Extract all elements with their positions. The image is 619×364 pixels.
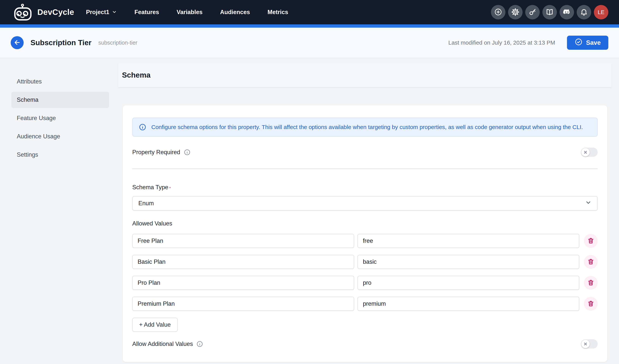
accent-bar (0, 24, 619, 28)
delete-value-button[interactable] (584, 297, 598, 311)
sidebar-item-settings[interactable]: Settings (12, 147, 109, 163)
value-key-input[interactable] (358, 255, 579, 269)
value-label-input[interactable] (132, 276, 354, 290)
discord-icon (563, 8, 571, 17)
value-label-input[interactable] (132, 297, 354, 311)
book-icon (546, 8, 554, 17)
check-circle-icon (575, 38, 583, 47)
delete-value-button[interactable] (584, 234, 598, 248)
top-navbar: DevCycle Project1 Features Variables Aud… (0, 0, 619, 24)
settings-sidebar: Attributes Schema Feature Usage Audience… (12, 63, 109, 165)
trash-icon (587, 258, 594, 266)
plus-circle-icon (494, 8, 502, 17)
info-icon (139, 123, 146, 131)
arrow-left-icon (14, 39, 21, 47)
section-title: Schema (122, 71, 151, 79)
back-button[interactable] (11, 36, 24, 49)
info-icon[interactable] (184, 149, 191, 156)
info-icon[interactable] (196, 341, 203, 347)
toggle-knob-x-icon (581, 148, 590, 156)
value-label-input[interactable] (132, 255, 354, 269)
devcycle-robot-icon (14, 4, 34, 21)
property-required-toggle[interactable] (581, 148, 598, 157)
value-key-input[interactable] (358, 297, 579, 311)
schema-type-label: Schema Type (132, 184, 168, 191)
toggle-knob-x-icon (581, 340, 590, 348)
sidebar-item-feature-usage[interactable]: Feature Usage (12, 110, 109, 126)
user-avatar[interactable]: LE (594, 5, 608, 19)
chevron-down-icon (585, 199, 591, 207)
add-value-button[interactable]: + Add Value (132, 318, 178, 332)
nav-item-variables[interactable]: Variables (177, 9, 203, 16)
key-icon (528, 8, 536, 17)
page-header: Subscription Tier subscription-tier Last… (0, 28, 619, 58)
schema-info-alert: Configure schema options for this proper… (132, 118, 598, 137)
api-keys-button[interactable] (525, 5, 540, 19)
allowed-value-row (132, 234, 598, 248)
schema-type-value: Enum (138, 200, 154, 207)
save-button[interactable]: Save (567, 36, 608, 50)
required-marker: * (169, 187, 170, 190)
create-new-button[interactable] (491, 5, 506, 19)
sidebar-item-audience-usage[interactable]: Audience Usage (12, 128, 109, 145)
docs-button[interactable] (542, 5, 557, 19)
devcycle-logo[interactable]: DevCycle (14, 4, 74, 21)
last-modified-text: Last modified on July 16, 2025 at 3:13 P… (449, 40, 555, 46)
gear-icon (511, 8, 519, 17)
property-required-label: Property Required (132, 149, 180, 156)
project-selector[interactable]: Project1 (86, 8, 117, 16)
trash-icon (587, 237, 594, 245)
section-divider (132, 169, 598, 169)
delete-value-button[interactable] (584, 276, 598, 290)
schema-type-select[interactable]: Enum (132, 196, 598, 210)
delete-value-button[interactable] (584, 255, 598, 269)
section-header: Schema (118, 63, 611, 87)
allowed-values-label: Allowed Values (132, 220, 598, 227)
alert-text: Configure schema options for this proper… (151, 124, 583, 130)
page-title: Subscription Tier (30, 39, 91, 47)
nav-item-metrics[interactable]: Metrics (267, 9, 288, 16)
sidebar-item-schema[interactable]: Schema (12, 92, 109, 108)
discord-button[interactable] (560, 5, 574, 19)
allowed-value-row (132, 276, 598, 290)
property-key: subscription-tier (98, 40, 137, 46)
value-label-input[interactable] (132, 234, 354, 248)
nav-item-features[interactable]: Features (134, 9, 159, 16)
schema-form-card: Configure schema options for this proper… (123, 105, 607, 362)
notifications-button[interactable] (577, 5, 591, 19)
trash-icon (587, 279, 594, 287)
allow-additional-values-toggle[interactable] (581, 339, 598, 349)
allowed-value-row (132, 297, 598, 311)
navbar-actions: LE (491, 5, 608, 19)
bell-icon (580, 8, 588, 17)
settings-button[interactable] (508, 5, 522, 19)
value-key-input[interactable] (358, 234, 579, 248)
trash-icon (587, 300, 594, 308)
primary-nav: Project1 Features Variables Audiences Me… (86, 8, 288, 16)
value-key-input[interactable] (358, 276, 579, 290)
brand-name: DevCycle (37, 8, 74, 17)
nav-item-audiences[interactable]: Audiences (220, 9, 250, 16)
allow-additional-values-label: Allow Additional Values (132, 341, 193, 347)
sidebar-item-attributes[interactable]: Attributes (12, 73, 109, 90)
chevron-down-icon (112, 9, 117, 16)
allowed-value-row (132, 255, 598, 269)
